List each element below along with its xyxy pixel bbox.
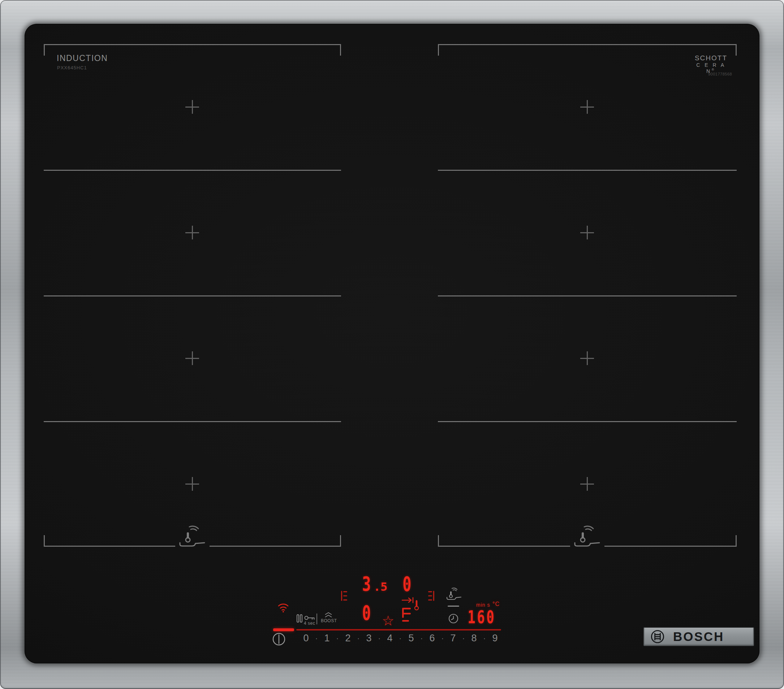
- zone-tick: [44, 44, 45, 56]
- pause-icon: [296, 614, 303, 623]
- zone-divider: [438, 421, 737, 422]
- zone-cross-icon: [580, 226, 594, 239]
- control-divider: [316, 613, 317, 624]
- scale-number-1[interactable]: 1: [324, 633, 329, 644]
- zone-cross-icon: [185, 100, 199, 114]
- scale-number-6[interactable]: 6: [429, 633, 435, 644]
- boost-label: BOOST: [321, 618, 337, 623]
- zone-tick: [736, 44, 737, 56]
- zone-tick: [44, 535, 45, 547]
- thermometer-icon: [414, 599, 420, 611]
- zone-tick: [340, 535, 341, 547]
- scale-dot: ·: [336, 634, 339, 643]
- cooking-sensor-key[interactable]: [446, 587, 462, 609]
- right-zone-power-display: 0: [402, 574, 414, 594]
- zone-divider: [44, 170, 341, 171]
- scale-dot: ·: [420, 634, 423, 643]
- scale-number-5[interactable]: 5: [408, 633, 414, 644]
- zone-cross-icon: [185, 351, 199, 365]
- scale-number-2[interactable]: 2: [345, 633, 351, 644]
- flex-bracket-right-icon: [428, 591, 434, 601]
- pan-sensor-icon: [177, 525, 208, 547]
- zone-tick: [340, 44, 341, 56]
- sensor-level-line: [448, 605, 459, 607]
- scale-number-7[interactable]: 7: [450, 633, 456, 644]
- left-zone-power-display: 3.5: [362, 574, 387, 594]
- scale-number-8[interactable]: 8: [471, 633, 476, 644]
- scale-dot: ·: [399, 634, 401, 643]
- favorite-star-key[interactable]: ☆: [382, 614, 394, 628]
- bosch-emblem-icon: [650, 629, 665, 644]
- bosch-wordmark: BOSCH: [673, 630, 724, 644]
- pan-position-segments: [402, 605, 413, 622]
- transfer-arrow-icon: [402, 597, 415, 603]
- flex-bracket-left-icon: [341, 591, 348, 601]
- scale-number-3[interactable]: 3: [366, 633, 371, 644]
- zone-bottom-line: [44, 546, 175, 547]
- zone-divider: [44, 421, 341, 422]
- wifi-icon: [277, 603, 289, 613]
- zone-cross-icon: [185, 226, 199, 239]
- clock-icon[interactable]: [448, 613, 458, 624]
- zone-tick: [438, 535, 439, 547]
- scale-dot: ·: [315, 634, 318, 643]
- zone-cross-icon: [580, 477, 594, 491]
- zone-divider: [44, 295, 341, 296]
- pause-lock-label: 4 sec: [304, 621, 315, 626]
- zone-tick: [736, 535, 737, 547]
- scale-dot: ·: [441, 634, 444, 643]
- pan-sensor-icon: [572, 525, 603, 547]
- left-power-decimal: .5: [374, 580, 388, 594]
- scale-dot: ·: [378, 634, 380, 643]
- boost-key[interactable]: BOOST: [320, 612, 337, 625]
- scale-number-0[interactable]: 0: [303, 633, 308, 644]
- left-zone-secondary-display: 0: [362, 603, 374, 623]
- zone-tick: [438, 44, 439, 56]
- bosch-badge: BOSCH: [644, 627, 754, 646]
- zone-top-line: [438, 44, 737, 45]
- scale-dot: ·: [357, 634, 359, 643]
- temp-unit-label: °C: [492, 601, 500, 607]
- right-power-value: 0: [402, 574, 411, 594]
- scale-number-4[interactable]: 4: [387, 633, 392, 644]
- pan-transfer-indicator: [402, 597, 423, 622]
- zone-cross-icon: [185, 477, 199, 491]
- scale-dot: ·: [483, 634, 486, 643]
- slider-active-segment[interactable]: [273, 628, 294, 631]
- zone-divider: [438, 295, 737, 296]
- zone-cross-icon: [580, 100, 594, 114]
- zone-top-line: [44, 44, 341, 45]
- slider-track[interactable]: [296, 629, 501, 630]
- scale-number-9[interactable]: 9: [492, 633, 497, 644]
- pause-lock-key[interactable]: 4 sec: [296, 613, 316, 625]
- pan-sensor-small-icon: [446, 587, 462, 600]
- zone-bottom-line: [209, 546, 341, 547]
- key-icon: [304, 615, 315, 621]
- cooking-zone-left: [44, 44, 341, 547]
- cooking-zone-right: [438, 44, 737, 547]
- double-chevron-up-icon: [324, 612, 333, 618]
- zone-bottom-line: [604, 546, 737, 547]
- scale-dot: ·: [462, 634, 464, 643]
- zone-cross-icon: [580, 351, 594, 365]
- left-secondary-value: 0: [362, 603, 370, 623]
- zone-divider: [438, 170, 737, 171]
- temperature-display: 160: [468, 608, 507, 626]
- temp-value: 160: [468, 608, 496, 626]
- left-power-value: 3: [362, 574, 370, 594]
- induction-hob: INDUCTION PXX645HC1 SCHOTT C E R A N® 90…: [0, 0, 784, 689]
- zone-bottom-line: [438, 546, 570, 547]
